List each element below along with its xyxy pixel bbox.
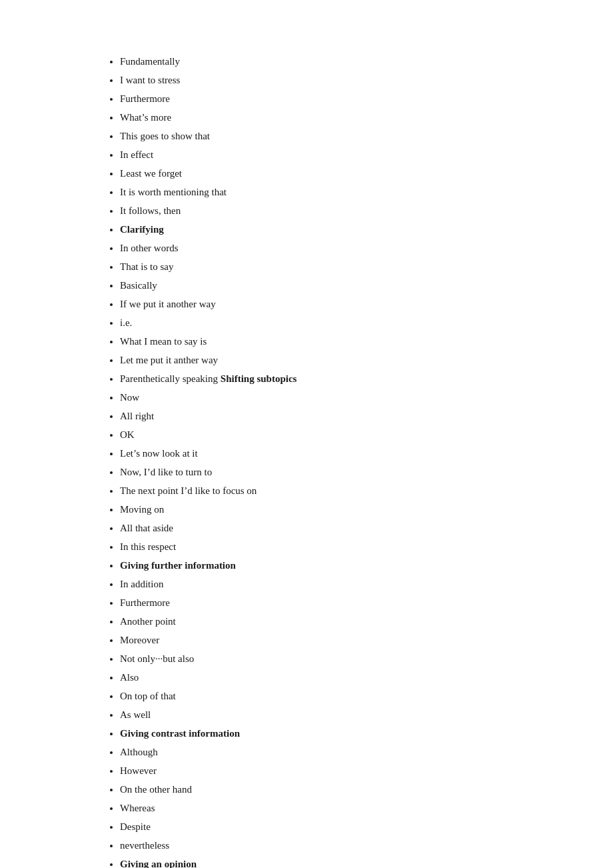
main-list: FundamentallyI want to stressFurthermore… — [107, 53, 506, 868]
list-item: Giving contrast information — [120, 725, 506, 741]
list-item: What’s more — [120, 109, 506, 125]
list-item: I want to stress — [120, 72, 506, 88]
list-item: On top of that — [120, 688, 506, 704]
list-item: OK — [120, 427, 506, 443]
list-item: Although — [120, 744, 506, 760]
list-item: Least we forget — [120, 165, 506, 181]
list-item: Clarifying — [120, 221, 506, 237]
list-item: Giving further information — [120, 557, 506, 573]
list-item: Not only···but also — [120, 651, 506, 667]
list-item: All that aside — [120, 520, 506, 536]
list-item: In this respect — [120, 539, 506, 555]
list-item: Let me put it anther way — [120, 352, 506, 368]
list-item: What I mean to say is — [120, 333, 506, 349]
list-item: If we put it another way — [120, 296, 506, 312]
list-item: Basically — [120, 277, 506, 293]
list-item: In effect — [120, 147, 506, 163]
list-item: This goes to show that — [120, 128, 506, 144]
list-item: Furthermore — [120, 595, 506, 611]
list-item: Despite — [120, 819, 506, 835]
list-item: It follows, then — [120, 203, 506, 219]
list-item: Moving on — [120, 501, 506, 517]
list-item: The next point I’d like to focus on — [120, 483, 506, 499]
list-item: Let’s now look at it — [120, 445, 506, 461]
list-item: However — [120, 763, 506, 779]
list-item: In addition — [120, 576, 506, 592]
list-item: Furthermore — [120, 91, 506, 107]
list-item: Fundamentally — [120, 53, 506, 69]
list-item: i.e. — [120, 315, 506, 331]
list-item: It is worth mentioning that — [120, 184, 506, 200]
list-item: All right — [120, 408, 506, 424]
list-item: Also — [120, 669, 506, 685]
list-item: As well — [120, 707, 506, 723]
list-item: Moreover — [120, 632, 506, 648]
list-item: Parenthetically speaking Shifting subtop… — [120, 371, 506, 387]
list-item: On the other hand — [120, 781, 506, 797]
list-item: Now — [120, 389, 506, 405]
list-item: Whereas — [120, 800, 506, 816]
list-item: That is to say — [120, 259, 506, 275]
list-item: Giving an opinion — [120, 856, 506, 868]
list-item: Another point — [120, 613, 506, 629]
list-item: In other words — [120, 240, 506, 256]
list-item: nevertheless — [120, 837, 506, 853]
list-item: Now, I’d like to turn to — [120, 464, 506, 480]
